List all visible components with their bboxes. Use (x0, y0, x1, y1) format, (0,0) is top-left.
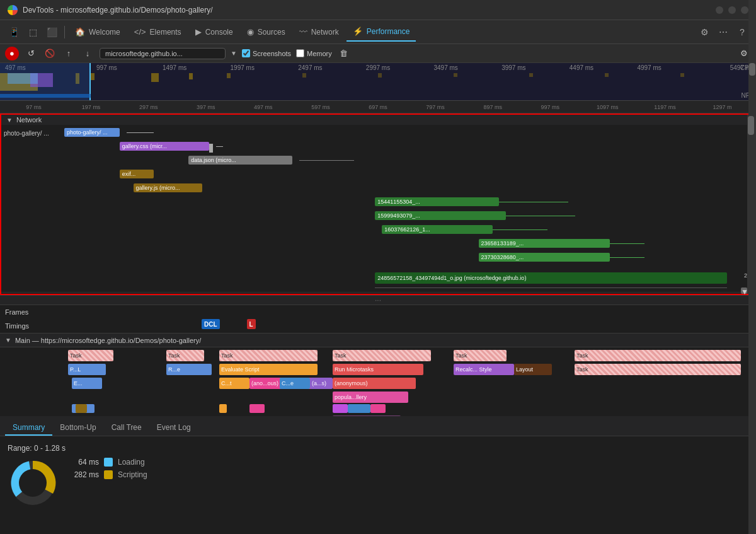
loading-label: Loading (118, 458, 145, 467)
net-bar-html[interactable]: photo-gallery/ ... (64, 128, 120, 137)
tab-network[interactable]: 〰 Network (293, 23, 345, 42)
flame-task-5[interactable]: Task (454, 350, 507, 361)
summary-scrollbar[interactable] (748, 436, 756, 534)
record-button[interactable]: ● (5, 47, 19, 61)
network-down-arrow[interactable]: ▼ (741, 287, 747, 294)
tab-elements[interactable]: </> Elements (128, 23, 188, 42)
url-dropdown[interactable]: ▼ (231, 50, 237, 57)
ruler-297: 297 ms (120, 104, 177, 110)
flame-small-6[interactable] (348, 404, 370, 413)
trash-button[interactable]: 🗑 (337, 47, 351, 61)
net-bar-img2[interactable]: 15999493079_... (375, 211, 506, 220)
flame-task-4[interactable]: Task (333, 350, 431, 361)
network-section: ▼ Network photo-gallery/ ... photo-galle… (0, 113, 756, 295)
flame-microtask[interactable]: Run Microtasks (333, 364, 423, 375)
summary-panel: Range: 0 - 1.28 s 64 ms Loading (0, 436, 756, 534)
maximize-button[interactable]: □ (728, 6, 736, 14)
l-badge: L (247, 319, 256, 329)
flame-small-8[interactable] (333, 415, 401, 416)
network-icon: 〰 (299, 27, 307, 37)
network-section-label: Network (16, 116, 42, 124)
network-scrollbar[interactable] (747, 115, 755, 294)
ruler-797: 797 ms (407, 104, 464, 110)
ts-5: 2997 ms (344, 64, 412, 71)
ruler-497: 497 ms (234, 104, 292, 110)
memory-checkbox[interactable] (296, 49, 304, 57)
ts-6: 3497 ms (412, 64, 480, 71)
tab-bottom-up[interactable]: Bottom-Up (52, 421, 103, 436)
flame-task-2[interactable]: Task (166, 350, 204, 361)
flame-task-3[interactable]: Task (219, 350, 318, 361)
flame-small-7[interactable] (370, 404, 386, 413)
tab-welcome-label: Welcome (89, 28, 120, 37)
tab-performance[interactable]: ⚡ Performance (346, 23, 416, 42)
console-icon: ▶ (195, 27, 202, 37)
section-divider[interactable]: ··· (0, 295, 756, 305)
ruler-marks: 97 ms 197 ms 297 ms 397 ms 497 ms 597 ms… (5, 104, 751, 110)
flame-ce[interactable]: C...e (280, 378, 310, 389)
flame-small-2[interactable] (76, 404, 87, 413)
clear-button[interactable]: 🚫 (43, 47, 57, 61)
network-scrollbar-thumb[interactable] (748, 116, 754, 135)
net-bar-exif[interactable]: exif... (120, 170, 154, 178)
tab-summary[interactable]: Summary (5, 421, 52, 436)
dock-button[interactable]: ⬚ (24, 23, 42, 41)
table-row: 15999493079_... (1, 209, 755, 223)
screenshots-checkbox[interactable] (242, 49, 250, 57)
flame-task-6[interactable]: Task (575, 350, 741, 361)
flame-small-3[interactable] (219, 404, 227, 413)
net-bar-img6[interactable]: 24856572158_43497494d1_o.jpg (microsofte… (375, 272, 727, 284)
flame-small-4[interactable] (249, 404, 265, 413)
timeline-overview[interactable]: 497 ms 997 ms 1497 ms 1997 ms 2497 ms 29… (0, 63, 756, 101)
loading-value: 64 ms (71, 458, 99, 467)
svg-point-1 (19, 469, 47, 497)
table-row: 15441155304_... (1, 195, 755, 209)
devtools-nav: 📱 ⬚ ⬛ 🏠 Welcome </> Elements ▶ Console ◉… (0, 20, 756, 44)
flame-layout[interactable]: Layout (514, 364, 552, 375)
sources-icon: ◉ (247, 27, 254, 37)
flame-as[interactable]: (a...s) (310, 378, 333, 389)
tab-call-tree[interactable]: Call Tree (104, 421, 149, 436)
tab-performance-label: Performance (367, 27, 410, 36)
tab-welcome[interactable]: 🏠 Welcome (69, 23, 127, 42)
upload-button[interactable]: ↑ (62, 47, 76, 61)
flame-anon2[interactable]: (anonymous) (333, 378, 416, 389)
close-button[interactable]: ✕ (741, 6, 748, 14)
ts-4: 2497 ms (277, 64, 345, 71)
tab-console[interactable]: ▶ Console (189, 23, 239, 42)
flame-task-1[interactable]: Task (68, 350, 113, 361)
flame-populate[interactable]: popula...llery (333, 392, 408, 403)
welcome-icon: 🏠 (75, 27, 85, 37)
flame-task-7[interactable]: Task (575, 364, 741, 375)
overview-timestamps: 497 ms 997 ms 1497 ms 1997 ms 2497 ms 29… (0, 64, 756, 71)
settings-icon[interactable]: ⚙ (696, 23, 713, 41)
toggle-device-toolbar[interactable]: 📱 (5, 23, 23, 41)
flame-ct[interactable]: C...t (219, 378, 249, 389)
tab-event-log[interactable]: Event Log (149, 421, 198, 436)
tab-sources[interactable]: ◉ Sources (241, 23, 292, 42)
net-bar-img1[interactable]: 15441155304_... (375, 197, 499, 206)
reload-button[interactable]: ↺ (24, 47, 38, 61)
flame-eval[interactable]: Evaluate Script (219, 364, 318, 375)
customize-button[interactable]: ⬛ (43, 23, 60, 41)
divider-dots: ··· (375, 296, 381, 305)
more-options-icon[interactable]: ⋯ (714, 23, 732, 41)
flame-parse-2[interactable]: R...e (166, 364, 212, 375)
net-bar-css[interactable]: gallery.css (micr... (120, 142, 209, 151)
ruler-397: 397 ms (177, 104, 234, 110)
net-bar-img5[interactable]: 23730328680_... (479, 253, 610, 262)
performance-toolbar: ● ↺ 🚫 ↑ ↓ microsoftedge.github.io... ▼ S… (0, 44, 756, 63)
net-bar-galleryjs[interactable]: gallery.js (micro... (134, 183, 203, 192)
legend-items: 64 ms Loading 282 ms Scripting (71, 458, 147, 479)
flame-recalc[interactable]: Recalc... Style (454, 364, 514, 375)
minimize-button[interactable]: ─ (716, 6, 723, 14)
flame-parse-1[interactable]: P...L (68, 364, 106, 375)
net-bar-img3[interactable]: 16037662126_1... (382, 225, 492, 234)
net-bar-img4[interactable]: 23658133189_... (479, 239, 610, 248)
flame-small-5[interactable] (333, 404, 348, 413)
table-row (1, 265, 755, 271)
download-button[interactable]: ↓ (81, 47, 94, 61)
flame-e[interactable]: E... (72, 378, 102, 389)
network-section-header[interactable]: ▼ Network (1, 115, 755, 125)
net-bar-data[interactable]: data.json (micro... (188, 156, 292, 165)
